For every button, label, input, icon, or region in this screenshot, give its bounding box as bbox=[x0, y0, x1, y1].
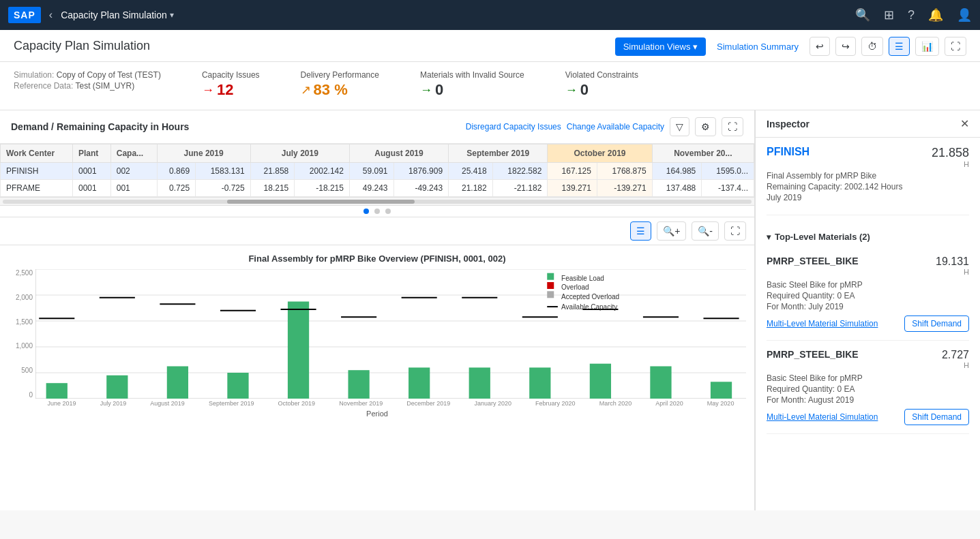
kpi-area: Simulation: Copy of Copy of Test (TEST) … bbox=[0, 62, 980, 110]
undo-button[interactable]: ↩ bbox=[810, 37, 830, 56]
kpi-capacity-issues: Capacity Issues → 12 bbox=[202, 70, 260, 99]
x-label-july: July 2019 bbox=[100, 400, 127, 407]
y-label-1000: 1,000 bbox=[16, 342, 33, 350]
table-cell: 21.858 bbox=[250, 163, 295, 180]
simulation-summary-button[interactable]: Simulation Summary bbox=[711, 37, 804, 56]
col-plant[interactable]: Plant bbox=[73, 144, 111, 163]
table-cell: 164.985 bbox=[652, 163, 702, 180]
table-chart-toggle-button[interactable]: ☰ bbox=[630, 221, 651, 241]
table-row[interactable]: PFRAME00010010.725-0.72518.215-18.21549.… bbox=[1, 180, 754, 197]
table-section: Demand / Remaining Capacity in Hours Dis… bbox=[0, 110, 754, 206]
app-launcher-icon[interactable]: ⊞ bbox=[884, 7, 894, 22]
app-title-text: Capacity Plan Simulation bbox=[61, 10, 167, 20]
sub-item-1-link[interactable]: Multi-Level Material Simulation bbox=[767, 412, 878, 422]
table-scrollbar[interactable] bbox=[0, 197, 754, 205]
inspector-main-item: PFINISH 21.858 H Final Assembly for pMRP… bbox=[767, 146, 969, 215]
change-capacity-button[interactable]: Change Available Capacity bbox=[567, 122, 664, 132]
capacity-table: Work Center Plant Capa... June 2019 July… bbox=[0, 144, 754, 197]
inspector-main-value: 21.858 bbox=[932, 146, 969, 160]
zoom-in-button[interactable]: 🔍+ bbox=[657, 221, 686, 241]
table-row[interactable]: PFINISH00010020.8691583.13121.8582002.14… bbox=[1, 163, 754, 180]
table-cell: 1768.875 bbox=[597, 163, 652, 180]
table-cell: -49.243 bbox=[394, 180, 449, 197]
fullscreen-button[interactable]: ⛶ bbox=[945, 37, 966, 56]
section-chevron-icon: ▾ bbox=[767, 232, 771, 242]
fullscreen-chart-button[interactable]: ⛶ bbox=[724, 221, 746, 241]
chart-wrapper: 2,500 2,000 1,500 1,000 500 0 bbox=[8, 269, 746, 399]
kpi-violated-constraints: Violated Constraints → 0 bbox=[565, 70, 638, 99]
x-label-november: November 2019 bbox=[339, 400, 383, 407]
sub-item-0-desc2: Required Quantity: 0 EA bbox=[767, 291, 969, 301]
col-november: November 20... bbox=[652, 144, 754, 163]
x-label-october: October 2019 bbox=[278, 400, 316, 407]
svg-text:Overload: Overload bbox=[561, 283, 589, 291]
sub-item-1-shift-demand-button[interactable]: Shift Demand bbox=[904, 409, 969, 425]
col-august: August 2019 bbox=[349, 144, 448, 163]
table-cell: -137.4... bbox=[702, 180, 754, 197]
sub-item-0-shift-demand-button[interactable]: Shift Demand bbox=[904, 315, 969, 332]
svg-text:Feasible Load: Feasible Load bbox=[561, 275, 604, 282]
x-label-december: December 2019 bbox=[406, 400, 450, 407]
y-label-2500: 2,500 bbox=[16, 269, 33, 277]
x-label-may: May 2020 bbox=[707, 400, 734, 407]
col-october: October 2019 bbox=[548, 144, 652, 163]
sub-item-1-unit: H bbox=[942, 361, 969, 369]
bar-february bbox=[529, 367, 550, 399]
col-capa[interactable]: Capa... bbox=[110, 144, 157, 163]
bar-march bbox=[590, 364, 611, 399]
table-cell: 1822.582 bbox=[492, 163, 548, 180]
page-dot-1[interactable] bbox=[363, 209, 369, 214]
history-button[interactable]: ⏱ bbox=[861, 37, 883, 56]
col-july: July 2019 bbox=[250, 144, 349, 163]
x-label-march: March 2020 bbox=[599, 400, 632, 407]
inspector-section-header[interactable]: ▾ Top-Level Materials (2) bbox=[767, 226, 969, 247]
kpi-capacity-value[interactable]: 12 bbox=[217, 81, 233, 99]
inspector-main-desc1: Final Assembly for pMRP Bike bbox=[767, 171, 969, 181]
sub-item-0-name: PMRP_STEEL_BIKE bbox=[767, 256, 859, 276]
sap-logo: SAP bbox=[8, 7, 41, 23]
redo-button[interactable]: ↪ bbox=[835, 37, 856, 56]
notifications-icon[interactable]: 🔔 bbox=[928, 7, 943, 22]
expand-icon[interactable]: ⛶ bbox=[722, 117, 743, 136]
app-title-chevron-icon[interactable]: ▾ bbox=[170, 10, 174, 20]
kpi-materials-arrow-icon: → bbox=[420, 83, 432, 97]
y-label-2000: 2,000 bbox=[16, 294, 33, 301]
table-view-button[interactable]: ☰ bbox=[889, 37, 910, 56]
col-work-center[interactable]: Work Center bbox=[1, 144, 73, 163]
zoom-out-button[interactable]: 🔍- bbox=[692, 221, 719, 241]
simulation-views-button[interactable]: Simulation Views ▾ bbox=[615, 37, 706, 56]
table-cell: 2002.142 bbox=[295, 163, 350, 180]
inspector-main-name[interactable]: PFINISH bbox=[767, 146, 810, 158]
table-cell: 59.091 bbox=[349, 163, 394, 180]
nav-icons: 🔍 ⊞ ? 🔔 👤 bbox=[855, 7, 972, 22]
svg-rect-21 bbox=[547, 282, 554, 289]
kpi-violated-value[interactable]: 0 bbox=[580, 81, 589, 99]
kpi-delivery-value[interactable]: 83 % bbox=[314, 81, 348, 99]
sub-item-0-link[interactable]: Multi-Level Material Simulation bbox=[767, 319, 878, 328]
kpi-materials-value[interactable]: 0 bbox=[435, 81, 443, 99]
filter-icon[interactable]: ▽ bbox=[670, 117, 689, 136]
back-button[interactable]: ‹ bbox=[49, 9, 53, 21]
inspector-close-button[interactable]: ✕ bbox=[960, 117, 969, 130]
page-dot-3[interactable] bbox=[385, 209, 391, 214]
table-cell: 137.488 bbox=[652, 180, 702, 197]
y-label-0: 0 bbox=[29, 391, 33, 399]
bar-april bbox=[650, 367, 671, 399]
chart-view-button[interactable]: 📊 bbox=[915, 37, 939, 56]
bar-july bbox=[106, 375, 128, 399]
user-icon[interactable]: 👤 bbox=[957, 7, 972, 22]
bar-november bbox=[348, 370, 369, 399]
table-cell: 167.125 bbox=[548, 163, 597, 180]
search-icon[interactable]: 🔍 bbox=[855, 7, 870, 22]
inspector-title: Inspector bbox=[767, 119, 810, 129]
kpi-delivery-arrow-icon: ↗ bbox=[301, 82, 311, 97]
page-dot-2[interactable] bbox=[374, 209, 380, 214]
disregard-capacity-button[interactable]: Disregard Capacity Issues bbox=[466, 122, 561, 132]
simulation-label: Simulation: bbox=[14, 70, 54, 80]
bar-october bbox=[288, 302, 309, 399]
x-label-april: April 2020 bbox=[655, 400, 683, 407]
settings-icon[interactable]: ⚙ bbox=[695, 117, 716, 136]
table-scroll[interactable]: Work Center Plant Capa... June 2019 July… bbox=[0, 144, 754, 197]
help-icon[interactable]: ? bbox=[908, 8, 915, 22]
kpi-capacity-label: Capacity Issues bbox=[202, 70, 260, 80]
